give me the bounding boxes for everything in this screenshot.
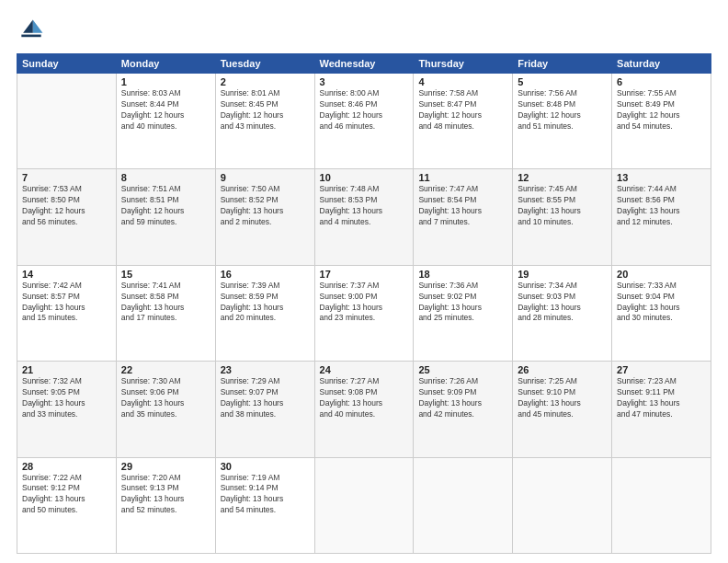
day-number: 11 [418,172,507,183]
day-info: Sunrise: 8:00 AM Sunset: 8:46 PM Dayligh… [320,88,409,132]
day-info: Sunrise: 7:55 AM Sunset: 8:49 PM Dayligh… [617,88,706,132]
calendar-cell: 23Sunrise: 7:29 AM Sunset: 9:07 PM Dayli… [215,362,314,457]
svg-rect-2 [21,35,40,38]
calendar-cell [612,457,711,553]
calendar-cell: 27Sunrise: 7:23 AM Sunset: 9:11 PM Dayli… [612,362,711,457]
day-number: 16 [221,269,310,280]
day-info: Sunrise: 7:33 AM Sunset: 9:04 PM Dayligh… [617,281,706,325]
day-number: 26 [518,364,607,375]
day-info: Sunrise: 8:03 AM Sunset: 8:44 PM Dayligh… [121,88,210,132]
calendar-cell: 15Sunrise: 7:41 AM Sunset: 8:58 PM Dayli… [116,265,215,361]
calendar-cell: 3Sunrise: 8:00 AM Sunset: 8:46 PM Daylig… [314,74,414,169]
day-number: 8 [121,172,210,183]
day-info: Sunrise: 7:58 AM Sunset: 8:47 PM Dayligh… [418,88,507,132]
day-number: 28 [22,461,111,472]
calendar-cell: 24Sunrise: 7:27 AM Sunset: 9:08 PM Dayli… [314,362,414,457]
calendar-cell: 25Sunrise: 7:26 AM Sunset: 9:09 PM Dayli… [414,362,513,457]
day-number: 29 [121,461,210,472]
calendar-cell [314,457,414,553]
day-number: 21 [22,364,111,375]
day-number: 24 [320,364,409,375]
calendar-cell: 9Sunrise: 7:50 AM Sunset: 8:52 PM Daylig… [215,169,314,265]
day-info: Sunrise: 7:20 AM Sunset: 9:13 PM Dayligh… [121,473,210,517]
day-number: 6 [617,76,706,87]
calendar-cell: 16Sunrise: 7:39 AM Sunset: 8:59 PM Dayli… [215,265,314,361]
day-number: 7 [22,172,111,183]
calendar-cell [414,457,513,553]
day-number: 19 [518,269,607,280]
day-info: Sunrise: 7:22 AM Sunset: 9:12 PM Dayligh… [22,473,111,517]
day-number: 12 [518,172,607,183]
day-header-monday: Monday [116,54,215,74]
day-number: 3 [320,76,409,87]
calendar-cell: 2Sunrise: 8:01 AM Sunset: 8:45 PM Daylig… [215,74,314,169]
calendar-cell: 6Sunrise: 7:55 AM Sunset: 8:49 PM Daylig… [612,74,711,169]
day-info: Sunrise: 7:39 AM Sunset: 8:59 PM Dayligh… [221,281,310,325]
svg-marker-0 [33,20,43,33]
logo-icon [17,17,46,46]
day-info: Sunrise: 7:45 AM Sunset: 8:55 PM Dayligh… [518,184,607,228]
day-info: Sunrise: 7:19 AM Sunset: 9:14 PM Dayligh… [221,473,310,517]
day-header-sunday: Sunday [17,54,117,74]
logo [17,17,50,46]
calendar-week-row: 21Sunrise: 7:32 AM Sunset: 9:05 PM Dayli… [17,362,711,457]
day-info: Sunrise: 7:44 AM Sunset: 8:56 PM Dayligh… [617,184,706,228]
calendar-cell: 21Sunrise: 7:32 AM Sunset: 9:05 PM Dayli… [17,362,117,457]
day-header-saturday: Saturday [612,54,711,74]
day-number: 22 [121,364,210,375]
day-info: Sunrise: 7:56 AM Sunset: 8:48 PM Dayligh… [518,88,607,132]
calendar-table: SundayMondayTuesdayWednesdayThursdayFrid… [17,53,711,554]
day-header-tuesday: Tuesday [215,54,314,74]
calendar-cell: 8Sunrise: 7:51 AM Sunset: 8:51 PM Daylig… [116,169,215,265]
calendar-cell: 11Sunrise: 7:47 AM Sunset: 8:54 PM Dayli… [414,169,513,265]
calendar-cell: 14Sunrise: 7:42 AM Sunset: 8:57 PM Dayli… [17,265,117,361]
day-info: Sunrise: 7:29 AM Sunset: 9:07 PM Dayligh… [221,376,310,420]
calendar-cell: 26Sunrise: 7:25 AM Sunset: 9:10 PM Dayli… [513,362,612,457]
day-number: 13 [617,172,706,183]
svg-marker-1 [23,20,33,33]
day-info: Sunrise: 7:53 AM Sunset: 8:50 PM Dayligh… [22,184,111,228]
day-header-wednesday: Wednesday [314,54,414,74]
day-info: Sunrise: 7:48 AM Sunset: 8:53 PM Dayligh… [320,184,409,228]
header [17,17,711,46]
day-number: 30 [221,461,310,472]
calendar-cell: 10Sunrise: 7:48 AM Sunset: 8:53 PM Dayli… [314,169,414,265]
day-info: Sunrise: 7:34 AM Sunset: 9:03 PM Dayligh… [518,281,607,325]
day-header-friday: Friday [513,54,612,74]
calendar-cell: 5Sunrise: 7:56 AM Sunset: 8:48 PM Daylig… [513,74,612,169]
calendar-cell: 22Sunrise: 7:30 AM Sunset: 9:06 PM Dayli… [116,362,215,457]
day-info: Sunrise: 7:30 AM Sunset: 9:06 PM Dayligh… [121,376,210,420]
day-header-thursday: Thursday [414,54,513,74]
calendar-cell: 1Sunrise: 8:03 AM Sunset: 8:44 PM Daylig… [116,74,215,169]
day-number: 5 [518,76,607,87]
day-info: Sunrise: 7:32 AM Sunset: 9:05 PM Dayligh… [22,376,111,420]
day-number: 4 [418,76,507,87]
calendar-cell: 30Sunrise: 7:19 AM Sunset: 9:14 PM Dayli… [215,457,314,553]
day-info: Sunrise: 7:26 AM Sunset: 9:09 PM Dayligh… [418,376,507,420]
calendar-cell [513,457,612,553]
day-number: 20 [617,269,706,280]
calendar-cell: 20Sunrise: 7:33 AM Sunset: 9:04 PM Dayli… [612,265,711,361]
calendar-header-row: SundayMondayTuesdayWednesdayThursdayFrid… [17,54,711,74]
calendar-cell: 7Sunrise: 7:53 AM Sunset: 8:50 PM Daylig… [17,169,117,265]
day-info: Sunrise: 7:41 AM Sunset: 8:58 PM Dayligh… [121,281,210,325]
day-number: 14 [22,269,111,280]
day-info: Sunrise: 7:50 AM Sunset: 8:52 PM Dayligh… [221,184,310,228]
calendar-week-row: 28Sunrise: 7:22 AM Sunset: 9:12 PM Dayli… [17,457,711,553]
day-number: 15 [121,269,210,280]
calendar-cell: 17Sunrise: 7:37 AM Sunset: 9:00 PM Dayli… [314,265,414,361]
day-info: Sunrise: 7:51 AM Sunset: 8:51 PM Dayligh… [121,184,210,228]
day-number: 10 [320,172,409,183]
day-number: 25 [418,364,507,375]
day-number: 1 [121,76,210,87]
day-number: 27 [617,364,706,375]
day-info: Sunrise: 7:37 AM Sunset: 9:00 PM Dayligh… [320,281,409,325]
calendar-cell: 18Sunrise: 7:36 AM Sunset: 9:02 PM Dayli… [414,265,513,361]
day-info: Sunrise: 7:42 AM Sunset: 8:57 PM Dayligh… [22,281,111,325]
calendar-cell: 4Sunrise: 7:58 AM Sunset: 8:47 PM Daylig… [414,74,513,169]
page: SundayMondayTuesdayWednesdayThursdayFrid… [0,0,728,563]
day-info: Sunrise: 7:23 AM Sunset: 9:11 PM Dayligh… [617,376,706,420]
day-info: Sunrise: 8:01 AM Sunset: 8:45 PM Dayligh… [221,88,310,132]
calendar-cell: 28Sunrise: 7:22 AM Sunset: 9:12 PM Dayli… [17,457,117,553]
day-info: Sunrise: 7:36 AM Sunset: 9:02 PM Dayligh… [418,281,507,325]
